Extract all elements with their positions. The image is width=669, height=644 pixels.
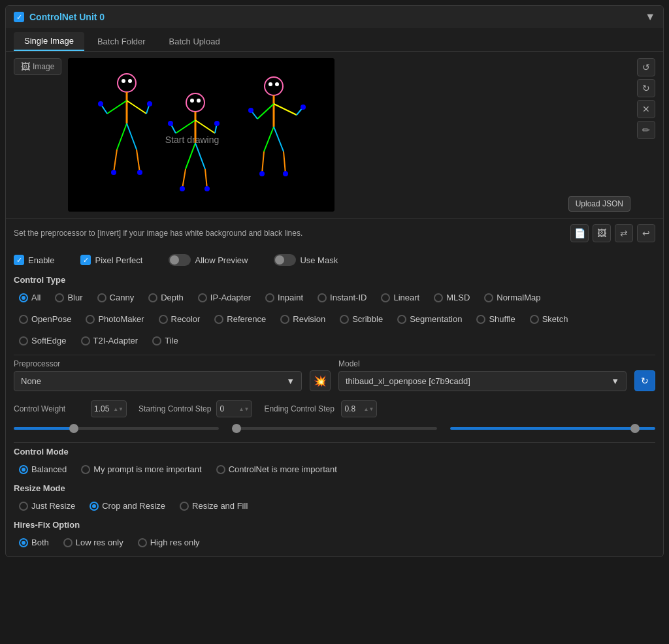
ct-revision-radio[interactable] — [280, 315, 289, 324]
hf-low-res[interactable]: Low res only — [58, 535, 129, 550]
upload-json-button[interactable]: Upload JSON — [568, 196, 630, 212]
ct-scribble[interactable]: Scribble — [334, 312, 388, 327]
refresh-button[interactable]: 💥 — [310, 370, 331, 391]
ct-all-radio[interactable] — [19, 293, 28, 302]
allow-preview-toggle[interactable] — [169, 254, 191, 266]
control-weight-arrows[interactable]: ▲▼ — [113, 406, 123, 412]
ct-lineart-radio[interactable] — [381, 293, 390, 302]
starting-step-slider-track[interactable] — [232, 424, 437, 433]
ct-inpaint-radio[interactable] — [265, 293, 274, 302]
ct-canny[interactable]: Canny — [92, 290, 140, 305]
ct-sketch[interactable]: Sketch — [525, 312, 574, 327]
ct-softedge[interactable]: SoftEdge — [14, 333, 72, 348]
tab-batch-folder[interactable]: Batch Folder — [87, 32, 156, 51]
ct-photomaker[interactable]: PhotoMaker — [80, 312, 149, 327]
ct-depth-radio[interactable] — [148, 293, 157, 302]
cm-prompt-radio[interactable] — [81, 465, 90, 474]
panel-enable-checkbox[interactable]: ✓ — [14, 12, 24, 22]
cm-controlnet-radio[interactable] — [216, 465, 225, 474]
enable-checkbox-item[interactable]: Enable — [14, 255, 54, 265]
image-canvas[interactable]: Start drawing — [68, 58, 334, 212]
rm-crop-resize[interactable]: Crop and Resize — [84, 498, 171, 513]
weight-slider-thumb[interactable] — [69, 424, 78, 433]
pixel-perfect-checkbox-item[interactable]: Pixel Perfect — [80, 255, 142, 265]
hf-both[interactable]: Both — [14, 535, 54, 550]
ct-canny-radio[interactable] — [97, 293, 106, 302]
ct-segmentation-radio[interactable] — [397, 315, 406, 324]
hf-low-res-radio[interactable] — [63, 538, 73, 547]
info-icon-arrows[interactable]: ⇄ — [615, 224, 633, 242]
use-mask-checkbox-item[interactable]: Use Mask — [274, 254, 338, 266]
hf-high-res-radio[interactable] — [138, 538, 147, 547]
ct-tile-radio[interactable] — [152, 336, 161, 346]
cm-balanced[interactable]: Balanced — [14, 462, 72, 477]
enable-cb[interactable] — [14, 255, 24, 265]
ending-step-slider-thumb[interactable] — [630, 424, 640, 433]
use-mask-toggle[interactable] — [274, 254, 296, 266]
starting-step-arrows[interactable]: ▲▼ — [239, 406, 250, 412]
ct-blur-radio[interactable] — [55, 293, 64, 302]
ct-softedge-radio[interactable] — [19, 336, 28, 346]
redo-button[interactable]: ↻ — [637, 79, 655, 97]
rm-resize-fill-radio[interactable] — [180, 502, 189, 511]
ct-recolor-radio[interactable] — [159, 315, 168, 324]
ct-inpaint[interactable]: Inpaint — [260, 290, 308, 305]
rm-crop-resize-radio[interactable] — [90, 502, 99, 511]
ct-openpose[interactable]: OpenPose — [14, 312, 76, 327]
cm-controlnet[interactable]: ControlNet is more important — [211, 462, 342, 477]
ct-sketch-radio[interactable] — [530, 315, 539, 324]
hf-both-radio[interactable] — [19, 538, 28, 547]
ct-ip-adapter[interactable]: IP-Adapter — [193, 290, 256, 305]
ct-scribble-radio[interactable] — [340, 315, 349, 324]
panel-collapse-arrow[interactable]: ▼ — [645, 11, 655, 23]
ct-segmentation[interactable]: Segmentation — [392, 312, 467, 327]
info-icon-refresh[interactable]: ↩ — [637, 224, 655, 242]
ct-instant-id[interactable]: Instant-ID — [312, 290, 372, 305]
preprocessor-select[interactable]: None ▼ — [14, 371, 302, 391]
ct-revision[interactable]: Revision — [275, 312, 331, 327]
ct-shuffle[interactable]: Shuffle — [471, 312, 520, 327]
ct-recolor[interactable]: Recolor — [154, 312, 206, 327]
ct-t2i-adapter[interactable]: T2I-Adapter — [76, 333, 144, 348]
ct-normalmap-radio[interactable] — [484, 293, 493, 302]
model-select[interactable]: thibaud_xl_openpose [c7b9cadd] ▼ — [338, 371, 627, 391]
ending-step-arrows[interactable]: ▲▼ — [364, 406, 374, 412]
cm-prompt[interactable]: My prompt is more important — [76, 462, 206, 477]
ct-photomaker-radio[interactable] — [86, 315, 95, 324]
tab-batch-upload[interactable]: Batch Upload — [159, 32, 231, 51]
ct-all[interactable]: All — [14, 290, 46, 305]
starting-step-input[interactable]: 0 ▲▼ — [216, 400, 252, 417]
weight-slider-track[interactable] — [14, 424, 219, 433]
edit-button[interactable]: ✏ — [637, 121, 655, 139]
rm-just-resize-radio[interactable] — [19, 502, 28, 511]
ct-shuffle-radio[interactable] — [476, 315, 485, 324]
ct-ip-adapter-radio[interactable] — [198, 293, 207, 302]
rm-just-resize[interactable]: Just Resize — [14, 498, 80, 513]
close-button[interactable]: ✕ — [637, 100, 655, 118]
ct-mlsd-radio[interactable] — [434, 293, 443, 302]
info-icon-2[interactable]: 🖼 — [593, 224, 611, 242]
model-refresh-button[interactable]: ↻ — [634, 370, 655, 391]
ct-instant-id-radio[interactable] — [318, 293, 327, 302]
ct-t2i-adapter-radio[interactable] — [81, 336, 90, 346]
ct-reference-radio[interactable] — [214, 315, 223, 324]
ending-step-input[interactable]: 0.8 ▲▼ — [341, 400, 377, 417]
ct-mlsd[interactable]: MLSD — [429, 290, 475, 305]
ct-tile[interactable]: Tile — [147, 333, 183, 348]
tab-single-image[interactable]: Single Image — [14, 32, 84, 51]
starting-step-slider-thumb[interactable] — [232, 424, 241, 433]
pixel-perfect-cb[interactable] — [80, 255, 91, 265]
ct-openpose-radio[interactable] — [19, 315, 28, 324]
ct-normalmap[interactable]: NormalMap — [479, 290, 546, 305]
control-weight-input[interactable]: 1.05 ▲▼ — [91, 400, 127, 417]
allow-preview-checkbox-item[interactable]: Allow Preview — [169, 254, 248, 266]
info-icon-1[interactable]: 📄 — [570, 224, 589, 242]
ct-reference[interactable]: Reference — [209, 312, 271, 327]
ending-step-slider-track[interactable] — [450, 424, 655, 433]
undo-button[interactable]: ↺ — [637, 58, 655, 76]
ct-lineart[interactable]: Lineart — [376, 290, 425, 305]
cm-balanced-radio[interactable] — [19, 465, 28, 474]
rm-resize-fill[interactable]: Resize and Fill — [174, 498, 253, 513]
ct-depth[interactable]: Depth — [143, 290, 189, 305]
hf-high-res[interactable]: High res only — [133, 535, 205, 550]
